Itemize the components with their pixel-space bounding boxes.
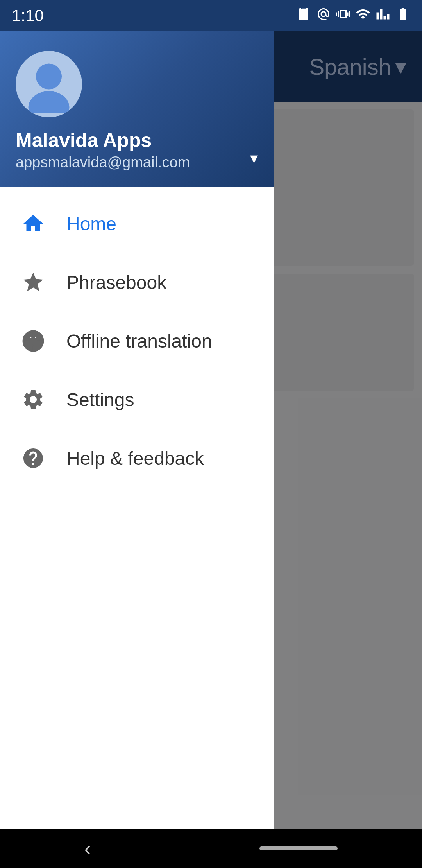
home-icon	[20, 210, 47, 237]
svg-point-2	[36, 64, 62, 90]
menu-item-offline-translation[interactable]: Offline translation	[0, 312, 274, 370]
user-name: Malavida Apps	[16, 129, 258, 152]
settings-icon	[20, 386, 47, 413]
svg-point-3	[29, 91, 70, 113]
menu-label-settings: Settings	[66, 389, 134, 411]
signal-icon	[376, 7, 390, 24]
battery-icon	[395, 7, 410, 25]
drawer-header: Malavida Apps appsmalavida@gmail.com ▾	[0, 31, 274, 187]
menu-label-offline-translation: Offline translation	[66, 330, 212, 352]
status-icons	[296, 7, 410, 25]
back-button[interactable]: ‹	[84, 837, 91, 860]
navigation-drawer: Malavida Apps appsmalavida@gmail.com ▾ H…	[0, 31, 274, 829]
menu-item-settings[interactable]: Settings	[0, 370, 274, 429]
avatar	[16, 51, 82, 117]
menu-item-phrasebook[interactable]: Phrasebook	[0, 253, 274, 312]
menu-item-home[interactable]: Home	[0, 194, 274, 253]
menu-label-phrasebook: Phrasebook	[66, 272, 166, 293]
menu-label-help-feedback: Help & feedback	[66, 448, 204, 469]
home-pill[interactable]	[259, 846, 338, 850]
menu-label-home: Home	[66, 213, 116, 235]
status-time: 1:10	[12, 6, 44, 25]
status-bar: 1:10	[0, 0, 422, 31]
svg-rect-1	[301, 9, 306, 11]
wifi-icon	[356, 7, 370, 25]
menu-item-help-feedback[interactable]: Help & feedback	[0, 429, 274, 488]
navigation-bar: ‹	[0, 829, 422, 868]
help-icon	[20, 445, 47, 472]
clipboard-icon	[296, 7, 311, 25]
at-icon	[316, 7, 331, 24]
avatar-image	[20, 55, 78, 113]
account-dropdown-icon[interactable]: ▾	[250, 149, 258, 167]
offline-translation-icon	[20, 327, 47, 355]
vibrate-icon	[336, 7, 350, 24]
phrasebook-icon	[20, 269, 47, 296]
drawer-menu: Home Phrasebook Offline translation Sett…	[0, 187, 274, 829]
user-email: appsmalavida@gmail.com	[16, 154, 258, 171]
